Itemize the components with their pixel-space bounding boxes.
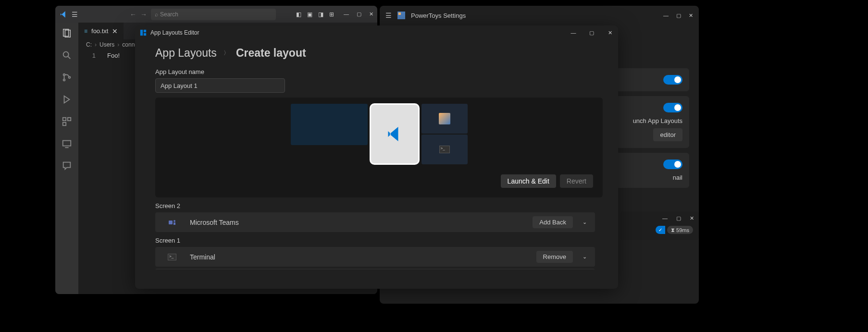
app-row-vscode: Visual Studio Code Remove ⌃	[155, 269, 595, 270]
teams-icon	[168, 219, 176, 226]
menu-icon[interactable]: ☰	[385, 12, 392, 19]
screen1-label: Screen 1	[155, 237, 595, 244]
layout-name-input[interactable]	[155, 78, 285, 93]
tab-label: foo.txt	[91, 27, 108, 35]
breadcrumb-seg: C:	[86, 41, 92, 48]
window-controls: — ▢ ✕	[344, 11, 373, 17]
panel-left-icon[interactable]: ◧	[296, 11, 301, 18]
close-icon[interactable]: ✕	[689, 12, 693, 19]
editor-button[interactable]: editor	[653, 128, 682, 141]
add-back-button[interactable]: Add Back	[533, 216, 573, 228]
chevron-icon: ›	[95, 41, 97, 48]
close-tab-icon[interactable]: ✕	[112, 27, 118, 35]
launch-edit-button[interactable]: Launch & Edit	[501, 174, 556, 188]
panel-bottom-icon[interactable]: ▣	[307, 11, 312, 18]
ed-title-text: App Layouts Editor	[150, 29, 566, 36]
layout-icon[interactable]: ⊞	[329, 11, 334, 18]
file-icon: ≡	[84, 28, 87, 35]
maximize-icon[interactable]: ▢	[676, 215, 681, 221]
svg-marker-7	[64, 96, 70, 103]
scm-icon[interactable]	[61, 72, 73, 83]
explorer-icon[interactable]	[61, 27, 73, 39]
minimize-icon[interactable]: —	[662, 215, 668, 221]
screen-right-top[interactable]	[422, 104, 468, 134]
svg-rect-15	[140, 30, 143, 36]
vscode-titlebar: ☰ ← → ⌕ Search ◧ ▣ ◨ ⊞ — ▢ ✕	[55, 6, 377, 23]
menu-icon[interactable]: ☰	[72, 11, 78, 18]
extensions-icon[interactable]	[61, 116, 73, 127]
app-row-terminal: >_ Terminal Remove ⌄	[155, 247, 595, 267]
screen-right-bottom[interactable]: >_	[422, 135, 468, 164]
code-text: Foo!	[107, 52, 120, 59]
close-icon[interactable]: ✕	[690, 215, 694, 221]
toggle-enable[interactable]	[663, 75, 682, 85]
svg-point-2	[63, 52, 69, 57]
layout-controls: ◧ ▣ ◨ ⊞	[296, 11, 334, 18]
chevron-down-icon[interactable]: ⌄	[579, 219, 590, 225]
tab-foo[interactable]: ≡ foo.txt ✕	[78, 23, 124, 39]
breadcrumb-parent[interactable]: App Layouts	[155, 47, 217, 60]
svg-point-4	[63, 74, 65, 76]
app-list: Screen 2 Microsoft Teams Add Back ⌄ Scre…	[155, 197, 603, 270]
app-name-teams: Microsoft Teams	[190, 219, 527, 226]
svg-rect-10	[63, 123, 66, 125]
close-icon[interactable]: ✕	[607, 30, 613, 36]
breadcrumb-current: Create layout	[236, 47, 306, 60]
time-text: 59ms	[676, 227, 689, 233]
ed-titlebar: App Layouts Editor — ▢ ✕	[135, 25, 618, 40]
search-placeholder: Search	[160, 11, 178, 18]
preview-area: >_ Launch & Edit Revert	[155, 98, 603, 197]
app-row-teams: Microsoft Teams Add Back ⌄	[155, 212, 595, 232]
close-icon[interactable]: ✕	[369, 11, 373, 17]
svg-rect-8	[63, 118, 66, 121]
mini-window: — ▢ ✕ ✓ ⧗ 59ms	[620, 211, 699, 240]
name-label: App Layout name	[155, 68, 603, 75]
remove-button[interactable]: Remove	[536, 251, 573, 263]
search-activity-icon[interactable]	[61, 49, 73, 61]
pt-window-controls: — ▢ ✕	[663, 12, 693, 19]
toggle-nail[interactable]	[663, 160, 682, 169]
minimize-icon[interactable]: —	[570, 30, 577, 36]
minimize-icon[interactable]: —	[663, 12, 669, 19]
maximize-icon[interactable]: ▢	[676, 12, 681, 19]
maximize-icon[interactable]: ▢	[357, 11, 361, 17]
mini-titlebar: — ▢ ✕	[620, 211, 699, 225]
powertoys-icon	[397, 12, 405, 19]
svg-point-19	[174, 220, 175, 222]
debug-icon[interactable]	[61, 94, 73, 105]
powertoys-icon	[439, 113, 450, 124]
terminal-icon: >_	[168, 254, 176, 260]
svg-rect-16	[144, 30, 146, 32]
svg-point-5	[63, 79, 65, 81]
forward-icon[interactable]: →	[140, 11, 147, 18]
svg-rect-14	[398, 12, 401, 15]
screen-preview-main[interactable]	[370, 103, 420, 165]
remote-icon[interactable]	[61, 138, 73, 149]
svg-line-3	[68, 57, 71, 59]
chevron-down-icon[interactable]: ⌄	[579, 254, 590, 260]
search-input[interactable]: ⌕ Search	[151, 9, 276, 20]
svg-rect-17	[144, 33, 146, 36]
panel-right-icon[interactable]: ◨	[318, 11, 323, 18]
ed-window-controls: — ▢ ✕	[570, 30, 613, 36]
maximize-icon[interactable]: ▢	[588, 30, 595, 36]
activity-bar	[55, 23, 78, 294]
comment-icon[interactable]	[61, 160, 73, 172]
toggle-launch[interactable]	[663, 103, 682, 112]
line-number: 1	[86, 52, 96, 59]
chevron-icon: ›	[117, 41, 119, 48]
pt-titlebar: ☰ PowerToys Settings — ▢ ✕	[380, 6, 699, 25]
terminal-icon: >_	[439, 146, 450, 153]
breadcrumb-seg: Users	[99, 41, 114, 48]
check-badge: ✓	[656, 226, 665, 234]
svg-rect-11	[63, 141, 71, 146]
svg-point-6	[69, 76, 71, 78]
search-icon: ⌕	[155, 11, 158, 18]
mini-badge-row: ✓ ⧗ 59ms	[620, 225, 699, 235]
screen-preview-left[interactable]	[291, 104, 368, 145]
pt-title-text: PowerToys Settings	[411, 12, 652, 19]
revert-button[interactable]: Revert	[560, 174, 593, 188]
ed-breadcrumb: App Layouts 〉 Create layout	[155, 47, 603, 60]
minimize-icon[interactable]: —	[344, 11, 349, 17]
back-icon[interactable]: ←	[130, 11, 136, 18]
